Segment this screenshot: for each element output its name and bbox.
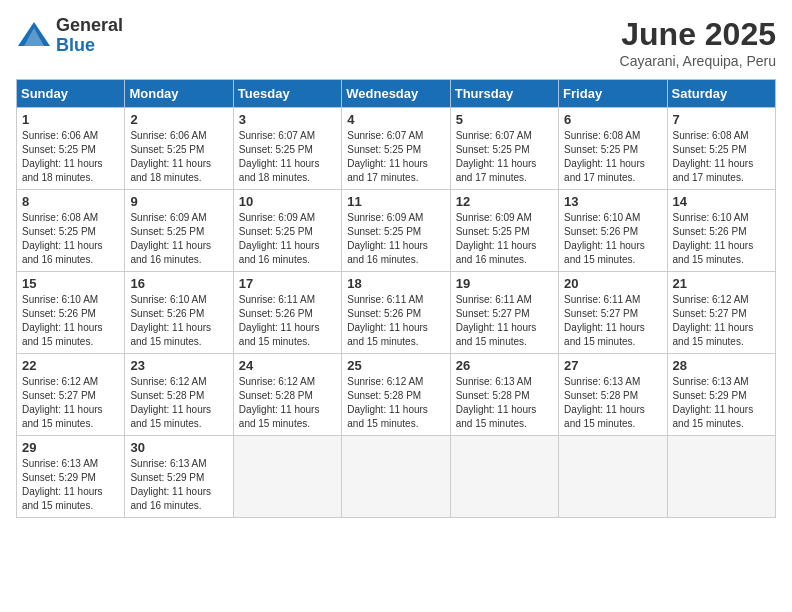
empty-cell [667,436,775,518]
day-info: Sunrise: 6:07 AMSunset: 5:25 PMDaylight:… [456,129,553,185]
day-number: 18 [347,276,444,291]
day-header-monday: Monday [125,80,233,108]
day-info: Sunrise: 6:08 AMSunset: 5:25 PMDaylight:… [564,129,661,185]
logo-general: General [56,16,123,36]
calendar-table: SundayMondayTuesdayWednesdayThursdayFrid… [16,79,776,518]
logo: General Blue [16,16,123,56]
logo-blue: Blue [56,36,123,56]
day-info: Sunrise: 6:08 AMSunset: 5:25 PMDaylight:… [673,129,770,185]
day-cell-16: 16Sunrise: 6:10 AMSunset: 5:26 PMDayligh… [125,272,233,354]
day-number: 25 [347,358,444,373]
empty-cell [233,436,341,518]
day-header-wednesday: Wednesday [342,80,450,108]
day-info: Sunrise: 6:10 AMSunset: 5:26 PMDaylight:… [564,211,661,267]
day-number: 26 [456,358,553,373]
day-number: 27 [564,358,661,373]
day-cell-26: 26Sunrise: 6:13 AMSunset: 5:28 PMDayligh… [450,354,558,436]
day-number: 28 [673,358,770,373]
day-info: Sunrise: 6:12 AMSunset: 5:28 PMDaylight:… [130,375,227,431]
day-cell-14: 14Sunrise: 6:10 AMSunset: 5:26 PMDayligh… [667,190,775,272]
calendar-week-3: 15Sunrise: 6:10 AMSunset: 5:26 PMDayligh… [17,272,776,354]
day-number: 1 [22,112,119,127]
logo-icon [16,18,52,54]
day-cell-4: 4Sunrise: 6:07 AMSunset: 5:25 PMDaylight… [342,108,450,190]
day-cell-12: 12Sunrise: 6:09 AMSunset: 5:25 PMDayligh… [450,190,558,272]
day-number: 20 [564,276,661,291]
day-info: Sunrise: 6:10 AMSunset: 5:26 PMDaylight:… [130,293,227,349]
day-info: Sunrise: 6:12 AMSunset: 5:27 PMDaylight:… [22,375,119,431]
day-cell-11: 11Sunrise: 6:09 AMSunset: 5:25 PMDayligh… [342,190,450,272]
empty-cell [450,436,558,518]
calendar-week-4: 22Sunrise: 6:12 AMSunset: 5:27 PMDayligh… [17,354,776,436]
title-block: June 2025 Cayarani, Arequipa, Peru [620,16,776,69]
day-info: Sunrise: 6:12 AMSunset: 5:27 PMDaylight:… [673,293,770,349]
day-number: 9 [130,194,227,209]
day-info: Sunrise: 6:11 AMSunset: 5:26 PMDaylight:… [239,293,336,349]
day-cell-3: 3Sunrise: 6:07 AMSunset: 5:25 PMDaylight… [233,108,341,190]
day-info: Sunrise: 6:06 AMSunset: 5:25 PMDaylight:… [22,129,119,185]
day-info: Sunrise: 6:06 AMSunset: 5:25 PMDaylight:… [130,129,227,185]
calendar-week-5: 29Sunrise: 6:13 AMSunset: 5:29 PMDayligh… [17,436,776,518]
day-info: Sunrise: 6:13 AMSunset: 5:29 PMDaylight:… [673,375,770,431]
day-cell-25: 25Sunrise: 6:12 AMSunset: 5:28 PMDayligh… [342,354,450,436]
day-number: 30 [130,440,227,455]
day-number: 5 [456,112,553,127]
day-info: Sunrise: 6:12 AMSunset: 5:28 PMDaylight:… [239,375,336,431]
day-number: 3 [239,112,336,127]
day-header-sunday: Sunday [17,80,125,108]
calendar-week-1: 1Sunrise: 6:06 AMSunset: 5:25 PMDaylight… [17,108,776,190]
day-cell-7: 7Sunrise: 6:08 AMSunset: 5:25 PMDaylight… [667,108,775,190]
day-number: 14 [673,194,770,209]
day-cell-17: 17Sunrise: 6:11 AMSunset: 5:26 PMDayligh… [233,272,341,354]
day-info: Sunrise: 6:09 AMSunset: 5:25 PMDaylight:… [130,211,227,267]
day-info: Sunrise: 6:10 AMSunset: 5:26 PMDaylight:… [22,293,119,349]
day-number: 4 [347,112,444,127]
day-info: Sunrise: 6:07 AMSunset: 5:25 PMDaylight:… [239,129,336,185]
day-info: Sunrise: 6:08 AMSunset: 5:25 PMDaylight:… [22,211,119,267]
day-number: 22 [22,358,119,373]
day-header-friday: Friday [559,80,667,108]
day-cell-28: 28Sunrise: 6:13 AMSunset: 5:29 PMDayligh… [667,354,775,436]
day-number: 19 [456,276,553,291]
day-cell-22: 22Sunrise: 6:12 AMSunset: 5:27 PMDayligh… [17,354,125,436]
day-info: Sunrise: 6:09 AMSunset: 5:25 PMDaylight:… [239,211,336,267]
day-info: Sunrise: 6:11 AMSunset: 5:27 PMDaylight:… [456,293,553,349]
day-cell-1: 1Sunrise: 6:06 AMSunset: 5:25 PMDaylight… [17,108,125,190]
empty-cell [559,436,667,518]
calendar-header-row: SundayMondayTuesdayWednesdayThursdayFrid… [17,80,776,108]
day-header-thursday: Thursday [450,80,558,108]
day-cell-15: 15Sunrise: 6:10 AMSunset: 5:26 PMDayligh… [17,272,125,354]
month-title: June 2025 [620,16,776,53]
day-cell-30: 30Sunrise: 6:13 AMSunset: 5:29 PMDayligh… [125,436,233,518]
day-number: 2 [130,112,227,127]
page-header: General Blue June 2025 Cayarani, Arequip… [16,16,776,69]
day-number: 10 [239,194,336,209]
logo-text: General Blue [56,16,123,56]
empty-cell [342,436,450,518]
day-number: 23 [130,358,227,373]
day-cell-29: 29Sunrise: 6:13 AMSunset: 5:29 PMDayligh… [17,436,125,518]
day-info: Sunrise: 6:09 AMSunset: 5:25 PMDaylight:… [456,211,553,267]
calendar-week-2: 8Sunrise: 6:08 AMSunset: 5:25 PMDaylight… [17,190,776,272]
day-cell-19: 19Sunrise: 6:11 AMSunset: 5:27 PMDayligh… [450,272,558,354]
day-number: 8 [22,194,119,209]
day-number: 15 [22,276,119,291]
day-cell-8: 8Sunrise: 6:08 AMSunset: 5:25 PMDaylight… [17,190,125,272]
day-cell-21: 21Sunrise: 6:12 AMSunset: 5:27 PMDayligh… [667,272,775,354]
day-info: Sunrise: 6:10 AMSunset: 5:26 PMDaylight:… [673,211,770,267]
day-cell-18: 18Sunrise: 6:11 AMSunset: 5:26 PMDayligh… [342,272,450,354]
day-info: Sunrise: 6:11 AMSunset: 5:26 PMDaylight:… [347,293,444,349]
day-cell-13: 13Sunrise: 6:10 AMSunset: 5:26 PMDayligh… [559,190,667,272]
day-number: 29 [22,440,119,455]
day-info: Sunrise: 6:11 AMSunset: 5:27 PMDaylight:… [564,293,661,349]
day-cell-5: 5Sunrise: 6:07 AMSunset: 5:25 PMDaylight… [450,108,558,190]
day-header-tuesday: Tuesday [233,80,341,108]
day-cell-20: 20Sunrise: 6:11 AMSunset: 5:27 PMDayligh… [559,272,667,354]
day-info: Sunrise: 6:13 AMSunset: 5:28 PMDaylight:… [564,375,661,431]
day-number: 17 [239,276,336,291]
day-number: 12 [456,194,553,209]
location: Cayarani, Arequipa, Peru [620,53,776,69]
day-cell-10: 10Sunrise: 6:09 AMSunset: 5:25 PMDayligh… [233,190,341,272]
day-header-saturday: Saturday [667,80,775,108]
day-info: Sunrise: 6:07 AMSunset: 5:25 PMDaylight:… [347,129,444,185]
